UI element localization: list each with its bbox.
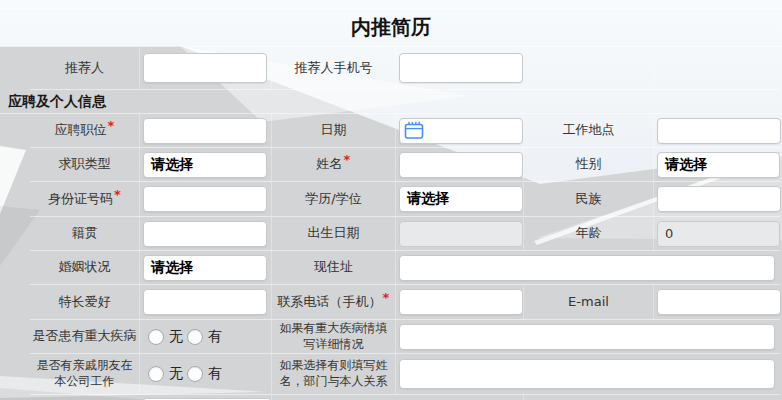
select-marital-status[interactable]: 请选择	[143, 255, 267, 281]
input-ethnicity[interactable]	[657, 186, 781, 212]
row-id-number: 身份证号码* 学历/学位 请选择 民族	[30, 182, 780, 217]
radio-disease-yes-label: 有	[208, 328, 222, 346]
label-disease-detail: 如果有重大疾病情填写详细情况	[272, 320, 396, 353]
input-referrer-phone[interactable]	[399, 53, 523, 83]
required-marker: *	[344, 152, 351, 169]
radio-disease-no-label: 无	[169, 328, 183, 346]
input-mobile-phone[interactable]	[399, 289, 523, 315]
row-marital-status: 婚姻状况 请选择 现住址	[30, 251, 780, 285]
section-header-personal-info: 应聘及个人信息	[0, 90, 782, 114]
input-name[interactable]	[399, 152, 523, 178]
radio-relatives-no-label: 无	[169, 365, 183, 383]
required-marker: *	[383, 290, 390, 307]
label-birth-date: 出生日期	[272, 217, 396, 250]
row-referrer: 推荐人 推荐人手机号	[30, 47, 780, 90]
input-referrer[interactable]	[143, 53, 267, 83]
radio-relatives-yes-label: 有	[208, 365, 222, 383]
input-email[interactable]	[657, 289, 781, 315]
label-mobile-phone: 联系电话（手机）*	[272, 285, 396, 319]
label-referrer: 推荐人	[30, 47, 140, 89]
calendar-icon[interactable]	[404, 121, 424, 140]
label-age: 年龄	[524, 217, 654, 250]
input-work-location[interactable]	[657, 118, 781, 144]
label-current-address: 现住址	[272, 251, 396, 284]
label-relatives-in-company: 是否有亲戚朋友在本公司工作	[30, 354, 140, 394]
label-marital-status: 婚姻状况	[30, 251, 140, 284]
label-job-type: 求职类型	[30, 148, 140, 181]
input-id-number[interactable]	[143, 186, 267, 212]
row-hobbies: 特长爱好 联系电话（手机）* E-mail	[30, 285, 780, 320]
label-major-disease: 是否患有重大疾病	[30, 320, 140, 353]
row-cutoff-bottom: 简历附件 上传附件 简历来源 填写日期	[30, 395, 780, 400]
page: 内推简历 推荐人 推荐人手机号 应聘及个人信息 应聘职位* 日期	[0, 0, 782, 400]
required-marker: *	[114, 187, 121, 204]
empty-cell	[654, 47, 780, 89]
label-id-number: 身份证号码*	[30, 182, 140, 216]
input-current-address[interactable]	[399, 255, 775, 281]
input-birth-date-disabled	[399, 221, 523, 247]
label-date: 日期	[272, 114, 396, 147]
row-major-disease: 是否患有重大疾病 无 有 如果有重大疾病情填写详细情况	[30, 320, 780, 354]
empty-cell	[524, 47, 654, 89]
select-gender[interactable]: 请选择	[657, 152, 780, 178]
radio-group-relatives: 无 有	[143, 365, 226, 383]
label-work-location: 工作地点	[524, 114, 654, 147]
select-job-type[interactable]: 请选择	[143, 152, 267, 178]
radio-group-disease: 无 有	[143, 328, 226, 346]
input-age-disabled: 0	[657, 221, 780, 247]
row-job-type: 求职类型 请选择 姓名* 性别 请选择	[30, 148, 780, 182]
input-native-place[interactable]	[143, 221, 267, 247]
radio-relatives-yes[interactable]	[187, 366, 203, 382]
radio-disease-yes[interactable]	[187, 329, 203, 345]
input-position[interactable]	[143, 118, 267, 144]
label-education-degree: 学历/学位	[272, 182, 396, 216]
label-position: 应聘职位*	[30, 114, 140, 147]
input-relatives-detail[interactable]	[399, 359, 775, 389]
label-native-place: 籍贯	[30, 217, 140, 250]
radio-disease-no[interactable]	[148, 329, 164, 345]
required-marker: *	[108, 118, 115, 135]
row-native-place: 籍贯 出生日期 年龄 0	[30, 217, 780, 251]
label-name: 姓名*	[272, 148, 396, 181]
select-education-degree[interactable]: 请选择	[399, 186, 523, 212]
label-hobbies: 特长爱好	[30, 285, 140, 319]
row-position: 应聘职位* 日期 工	[30, 114, 780, 148]
input-hobbies[interactable]	[143, 289, 267, 315]
referral-form: 推荐人 推荐人手机号	[30, 47, 780, 90]
radio-relatives-no[interactable]	[148, 366, 164, 382]
label-ethnicity: 民族	[524, 182, 654, 216]
row-relatives: 是否有亲戚朋友在本公司工作 无 有 如果选择有则填写姓名，部门与本人关系	[30, 354, 780, 395]
date-input[interactable]	[399, 118, 523, 144]
top-strip	[0, 0, 782, 9]
input-disease-detail[interactable]	[399, 324, 775, 350]
label-email: E-mail	[524, 285, 654, 319]
label-relatives-detail: 如果选择有则填写姓名，部门与本人关系	[272, 354, 396, 394]
page-title: 内推简历	[0, 9, 782, 47]
label-referrer-phone: 推荐人手机号	[272, 47, 396, 89]
label-gender: 性别	[524, 148, 654, 181]
